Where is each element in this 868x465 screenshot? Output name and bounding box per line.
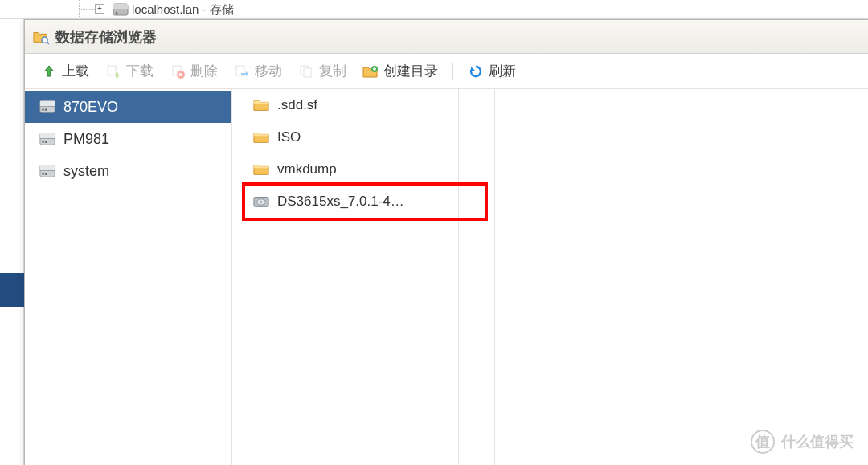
svg-point-16: [45, 108, 47, 111]
refresh-button[interactable]: 刷新: [461, 59, 522, 84]
background-tree-node[interactable]: localhost.lan - 存储: [113, 2, 234, 18]
svg-rect-19: [40, 138, 55, 139]
datastore-item[interactable]: system: [25, 155, 231, 187]
svg-rect-1: [113, 4, 128, 9]
svg-point-26: [45, 173, 47, 175]
svg-point-21: [45, 141, 47, 143]
file-list-item[interactable]: vmkdump: [232, 153, 868, 186]
copy-icon: [298, 63, 314, 80]
svg-point-2: [116, 12, 118, 14]
folder-icon: [253, 97, 269, 113]
toolbar-separator: [452, 63, 453, 80]
new-folder-icon: [362, 63, 379, 80]
download-label: 下载: [126, 62, 154, 80]
new-folder-label: 创建目录: [383, 62, 438, 80]
svg-rect-5: [108, 66, 116, 75]
folder-icon: [253, 129, 269, 145]
datastore-icon: [39, 99, 55, 115]
window-title: 数据存储浏览器: [55, 27, 157, 47]
move-label: 移动: [255, 62, 282, 80]
svg-point-20: [42, 141, 44, 143]
datastore-browser-window: 数据存储浏览器 上载 下载: [24, 19, 868, 465]
file-name-label: ISO: [277, 129, 301, 145]
datastore-icon: [39, 131, 55, 147]
move-button: 移动: [227, 59, 289, 84]
svg-rect-18: [40, 133, 55, 138]
background-left-selection: [0, 273, 24, 307]
svg-rect-14: [40, 106, 55, 107]
datastore-item[interactable]: PM981: [25, 123, 231, 155]
delete-label: 删除: [190, 62, 218, 80]
svg-point-29: [260, 201, 262, 202]
download-icon: [105, 63, 121, 80]
refresh-label: 刷新: [489, 62, 516, 80]
file-list-item[interactable]: .sdd.sf: [232, 89, 868, 121]
window-titlebar: 数据存储浏览器: [25, 20, 868, 54]
background-tree-row: + localhost.lan - 存储: [0, 0, 868, 19]
copy-label: 复制: [319, 62, 346, 80]
upload-label: 上载: [62, 62, 89, 80]
upload-icon: [41, 63, 57, 80]
delete-button: 删除: [163, 59, 224, 84]
datastore-item[interactable]: 870EVO: [25, 91, 231, 123]
svg-point-15: [42, 108, 44, 111]
download-button: 下载: [99, 59, 160, 84]
svg-rect-10: [304, 68, 311, 77]
file-list-pane: .sdd.sf ISO vmkdump: [232, 89, 868, 465]
svg-point-25: [42, 173, 44, 175]
datastore-icon: [113, 2, 129, 18]
copy-button: 复制: [292, 59, 353, 84]
background-left-stub: [0, 19, 24, 465]
svg-rect-23: [40, 165, 55, 170]
file-name-label: .sdd.sf: [277, 97, 317, 113]
body-split: 870EVO PM981: [25, 89, 868, 465]
datastore-item-label: system: [63, 163, 109, 180]
svg-line-4: [47, 42, 49, 44]
datastore-item-label: 870EVO: [63, 99, 118, 116]
file-list-item[interactable]: ISO: [232, 121, 868, 153]
datastore-icon: [39, 163, 55, 179]
disk-image-icon: [253, 194, 269, 210]
folder-icon: [253, 161, 269, 177]
background-tree-node-label: localhost.lan - 存储: [132, 2, 234, 18]
file-name-label: DS3615xs_7.0.1-4…: [277, 194, 404, 210]
file-list-item[interactable]: DS3615xs_7.0.1-4…: [232, 186, 868, 218]
svg-point-3: [42, 37, 47, 43]
svg-rect-24: [40, 170, 55, 171]
datastore-item-label: PM981: [63, 131, 109, 148]
browser-window-icon: [33, 29, 49, 45]
tree-guide-branch: [79, 9, 95, 10]
datastore-tree-pane: 870EVO PM981: [25, 89, 232, 465]
upload-button[interactable]: 上载: [35, 59, 96, 84]
delete-icon: [170, 63, 186, 80]
new-folder-button[interactable]: 创建目录: [356, 59, 444, 84]
tree-expand-icon[interactable]: +: [95, 4, 104, 14]
toolbar: 上载 下载 删除: [25, 54, 868, 89]
svg-rect-13: [40, 101, 55, 106]
move-icon: [234, 63, 250, 80]
file-name-label: vmkdump: [277, 161, 337, 177]
refresh-icon: [468, 63, 484, 80]
